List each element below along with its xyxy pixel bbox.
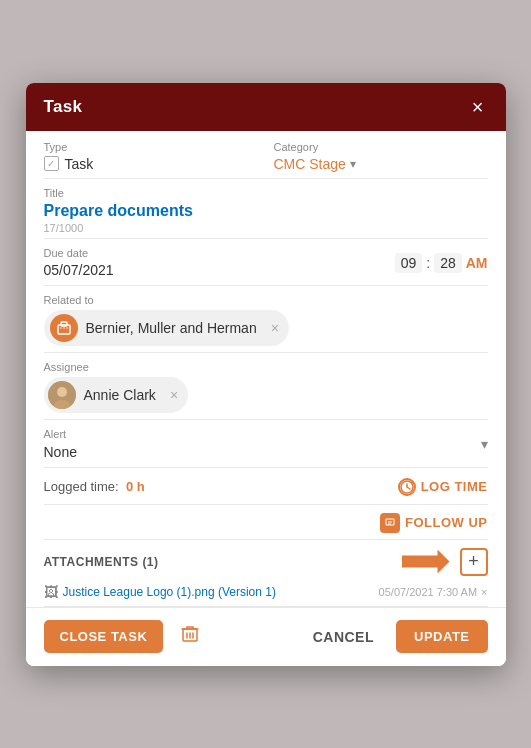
footer-left: CLOSE TASK xyxy=(44,620,208,653)
arrow-indicator xyxy=(402,550,454,574)
category-dropdown-arrow: ▾ xyxy=(350,157,356,171)
log-time-icon xyxy=(398,478,416,496)
follow-up-button[interactable]: FOLLOW UP xyxy=(380,513,488,533)
title-label: Title xyxy=(44,187,488,199)
alert-section: Alert None ▾ xyxy=(44,420,488,468)
assignee-remove-button[interactable]: × xyxy=(170,387,178,403)
assignee-name-value: Annie Clark xyxy=(84,387,156,403)
attachment-name[interactable]: 🖼 Justice League Logo (1).png (Version 1… xyxy=(44,584,276,600)
related-label: Related to xyxy=(44,294,488,306)
add-attachment-button[interactable]: + xyxy=(460,548,488,576)
logged-time-value: 0 h xyxy=(126,479,145,494)
orange-arrow-icon xyxy=(402,550,450,574)
time-group: 09 : 28 AM xyxy=(395,253,488,273)
time-minute[interactable]: 28 xyxy=(434,253,462,273)
attachment-remove[interactable]: × xyxy=(481,586,487,598)
related-company-icon xyxy=(50,314,78,342)
logged-time-label: Logged time: 0 h xyxy=(44,479,145,494)
attachment-meta: 05/07/2021 7:30 AM × xyxy=(379,586,488,598)
time-ampm[interactable]: AM xyxy=(466,255,488,271)
alert-dropdown-arrow: ▾ xyxy=(481,436,488,452)
assignee-pill: Annie Clark × xyxy=(44,377,189,413)
attachments-controls: + xyxy=(402,548,488,576)
task-modal: Task × Type ✓ Task Category CMC Stage ▾ xyxy=(26,83,506,666)
category-value[interactable]: CMC Stage ▾ xyxy=(274,156,488,172)
alert-value[interactable]: None xyxy=(44,444,77,460)
modal-header: Task × xyxy=(26,83,506,131)
svg-point-6 xyxy=(57,387,67,397)
attachments-section: ATTACHMENTS (1) + 🖼 Justice League Logo … xyxy=(44,540,488,607)
modal-title: Task xyxy=(44,97,83,117)
type-category-row: Type ✓ Task Category CMC Stage ▾ xyxy=(44,131,488,179)
attachments-header: ATTACHMENTS (1) + xyxy=(44,548,488,576)
type-label: Type xyxy=(44,141,258,153)
close-task-button[interactable]: CLOSE TASK xyxy=(44,620,164,653)
title-value[interactable]: Prepare documents xyxy=(44,202,488,220)
assignee-section: Assignee Annie Clark × xyxy=(44,353,488,420)
modal-body: Type ✓ Task Category CMC Stage ▾ Title P… xyxy=(26,131,506,607)
delete-button[interactable] xyxy=(173,621,207,652)
close-modal-button[interactable]: × xyxy=(468,95,488,119)
time-colon: : xyxy=(426,255,430,271)
update-button[interactable]: UPDATE xyxy=(396,620,487,653)
svg-line-10 xyxy=(407,487,410,489)
svg-rect-1 xyxy=(61,322,67,326)
alert-label: Alert xyxy=(44,428,77,440)
due-date-group: Due date 05/07/2021 xyxy=(44,247,114,279)
time-hour[interactable]: 09 xyxy=(395,253,423,273)
attachment-item: 🖼 Justice League Logo (1).png (Version 1… xyxy=(44,582,488,602)
related-pill: Bernier, Muller and Herman × xyxy=(44,310,289,346)
attachment-file-icon: 🖼 xyxy=(44,584,58,600)
type-value: ✓ Task xyxy=(44,156,258,172)
related-section: Related to Bernier, Muller and Herman × xyxy=(44,286,488,353)
title-char-count: 17/1000 xyxy=(44,222,488,234)
log-time-button[interactable]: LOG TIME xyxy=(398,478,488,496)
category-label: Category xyxy=(274,141,488,153)
category-field[interactable]: Category CMC Stage ▾ xyxy=(274,141,488,172)
follow-up-row: FOLLOW UP xyxy=(44,505,488,540)
due-date-label: Due date xyxy=(44,247,114,259)
type-field: Type ✓ Task xyxy=(44,141,258,172)
task-checkbox-icon: ✓ xyxy=(44,156,59,171)
delete-icon xyxy=(181,625,199,648)
attachments-label: ATTACHMENTS (1) xyxy=(44,555,159,569)
logged-time-row: Logged time: 0 h LOG TIME xyxy=(44,468,488,505)
related-name-value: Bernier, Muller and Herman xyxy=(86,320,257,336)
assignee-avatar xyxy=(48,381,76,409)
modal-footer: CLOSE TASK CANCEL UPDATE xyxy=(26,607,506,666)
assignee-label: Assignee xyxy=(44,361,488,373)
follow-up-icon xyxy=(380,513,400,533)
footer-right: CANCEL UPDATE xyxy=(301,620,488,654)
related-remove-button[interactable]: × xyxy=(271,320,279,336)
due-date-value[interactable]: 05/07/2021 xyxy=(44,262,114,278)
cancel-button[interactable]: CANCEL xyxy=(301,620,386,654)
alert-group: Alert None xyxy=(44,428,77,461)
due-date-row: Due date 05/07/2021 09 : 28 AM xyxy=(44,239,488,286)
title-section: Title Prepare documents 17/1000 xyxy=(44,179,488,239)
